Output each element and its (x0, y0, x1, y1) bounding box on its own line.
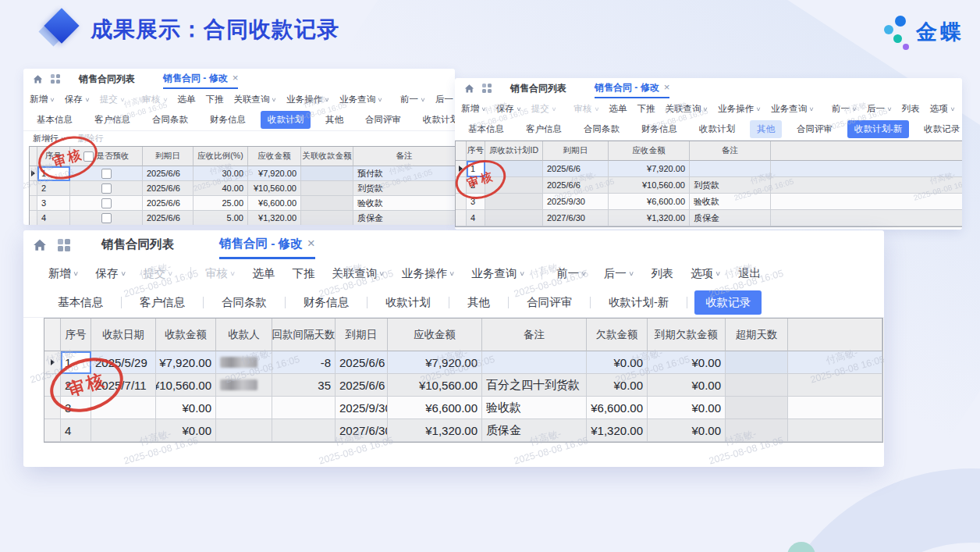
cell[interactable]: 3 (61, 397, 91, 419)
cell[interactable]: 2 (467, 177, 485, 194)
cell[interactable] (216, 374, 272, 397)
cell[interactable]: 质保金 (482, 419, 587, 442)
form-tab[interactable]: 基本信息 (30, 111, 80, 129)
cell[interactable] (485, 194, 543, 210)
cell[interactable]: ¥1,320.00 (609, 210, 690, 226)
toolbar-button[interactable]: 后一∨ (867, 103, 892, 115)
cell[interactable] (70, 211, 143, 225)
column-header[interactable]: 应收比例(%) (194, 147, 248, 166)
cell[interactable] (216, 397, 272, 419)
cell[interactable] (216, 351, 272, 374)
column-header[interactable]: 到期欠款金额 (648, 319, 726, 351)
cell[interactable] (301, 196, 353, 211)
cell[interactable] (91, 419, 156, 442)
toolbar-button[interactable]: 提交∨ (100, 94, 125, 105)
row-checkbox[interactable] (101, 213, 112, 223)
cell[interactable] (216, 419, 272, 442)
cell[interactable]: 1 (37, 166, 70, 181)
toolbar-button[interactable]: 关联查询∨ (233, 94, 276, 105)
cell[interactable]: 2027/6/30 (336, 419, 388, 442)
toolbar-button[interactable]: 下推 (292, 266, 314, 281)
cell[interactable]: ¥0.00 (648, 419, 726, 442)
cell[interactable]: 2025/6/6 (543, 177, 609, 194)
column-header[interactable]: 备注 (353, 147, 455, 166)
cell[interactable]: 验收款 (353, 196, 455, 211)
form-tab[interactable]: 财务信息 (634, 120, 684, 138)
cell[interactable] (788, 397, 882, 419)
cell[interactable] (788, 419, 882, 442)
cell[interactable] (301, 181, 353, 196)
cell[interactable]: ¥10,560.00 (609, 177, 690, 194)
cell[interactable] (272, 419, 336, 442)
nav-tab[interactable]: 销售合同列表 (79, 69, 135, 89)
cell[interactable]: 质保金 (690, 210, 771, 226)
toolbar-button[interactable]: 新增∨ (461, 103, 486, 115)
cell[interactable]: ¥10,560.00 (248, 181, 301, 196)
cell[interactable] (726, 374, 788, 397)
cell[interactable]: 2025/6/6 (143, 196, 194, 211)
form-tab[interactable]: 合同评审 (358, 111, 408, 129)
home-icon[interactable] (464, 84, 474, 94)
column-header[interactable]: 原收款计划ID (485, 141, 543, 161)
cell[interactable]: 验收款 (690, 194, 771, 210)
toolbar-button[interactable]: 删除行 (78, 133, 104, 144)
cell[interactable]: 2025/9/30 (543, 194, 609, 210)
toolbar-button[interactable]: 选项∨ (691, 266, 721, 281)
cell[interactable]: 2025/6/6 (336, 351, 388, 374)
cell[interactable]: ¥0.00 (648, 374, 726, 397)
cell[interactable]: ¥0.00 (648, 397, 726, 419)
column-header[interactable] (788, 319, 882, 351)
cell[interactable]: 2025/6/6 (336, 374, 388, 397)
cell[interactable]: 4 (37, 211, 70, 225)
toolbar-button[interactable]: 审核∨ (205, 266, 236, 281)
home-icon[interactable] (33, 238, 47, 252)
close-icon[interactable]: × (307, 237, 315, 250)
nav-tab[interactable]: 销售合同列表 (101, 230, 174, 259)
cell[interactable] (485, 177, 543, 194)
cell[interactable]: 百分之四十到货款 (482, 374, 587, 397)
cell[interactable]: 3 (37, 196, 70, 211)
cell[interactable]: ¥0.00 (156, 397, 216, 419)
toolbar-button[interactable]: 业务查询∨ (339, 94, 382, 105)
form-tab[interactable]: 收款计划 (375, 290, 442, 315)
toolbar-button[interactable]: 业务操作∨ (718, 103, 761, 115)
apps-grid-icon[interactable] (51, 74, 60, 84)
home-icon[interactable] (33, 74, 43, 84)
toolbar-button[interactable]: 业务操作∨ (402, 266, 455, 281)
column-header[interactable]: 到期日 (543, 141, 609, 161)
form-tab[interactable]: 客户信息 (519, 120, 569, 138)
form-tab[interactable]: 客户信息 (129, 290, 196, 315)
toolbar-button[interactable]: 选项∨ (930, 103, 955, 115)
toolbar-button[interactable]: 审核∨ (143, 94, 168, 105)
cell[interactable]: 2025/6/6 (143, 211, 194, 225)
cell[interactable]: ¥6,600.00 (609, 194, 690, 210)
cell[interactable]: 2025/9/30 (336, 397, 388, 419)
cell[interactable]: ¥7,920.00 (388, 351, 482, 374)
cell[interactable]: 质保金 (353, 211, 455, 225)
toolbar-button[interactable]: 业务查询∨ (771, 103, 814, 115)
column-header[interactable]: 应收金额 (609, 141, 690, 161)
toolbar-button[interactable]: 下推 (205, 94, 223, 105)
cell[interactable]: 2 (37, 181, 70, 196)
nav-tab[interactable]: 销售合同 - 修改× (163, 69, 238, 89)
toolbar-button[interactable]: 前一∨ (832, 103, 857, 115)
column-header[interactable]: 到期日 (336, 319, 388, 351)
cell[interactable] (70, 196, 143, 211)
cell[interactable]: 30.00 (194, 166, 248, 181)
cell[interactable]: 4 (61, 419, 91, 442)
cell[interactable]: ¥1,320.00 (248, 211, 301, 225)
cell[interactable] (301, 166, 353, 181)
cell[interactable]: ¥6,600.00 (248, 196, 301, 211)
cell[interactable]: ¥7,920.00 (156, 351, 216, 374)
column-header[interactable]: 关联收款金额 (301, 147, 353, 166)
cell[interactable] (485, 161, 543, 177)
form-tab[interactable]: 收款记录 (694, 290, 762, 315)
nav-tab[interactable]: 销售合同 - 修改× (219, 230, 315, 259)
nav-tab[interactable]: 销售合同列表 (510, 78, 566, 98)
toolbar-button[interactable]: 业务操作∨ (286, 94, 329, 105)
cell[interactable]: 到货款 (690, 177, 771, 194)
cell[interactable] (726, 397, 788, 419)
form-tab[interactable]: 其他 (318, 111, 350, 129)
cell[interactable]: 2025/7/11 (91, 374, 156, 397)
cell[interactable]: 5.00 (194, 211, 248, 225)
